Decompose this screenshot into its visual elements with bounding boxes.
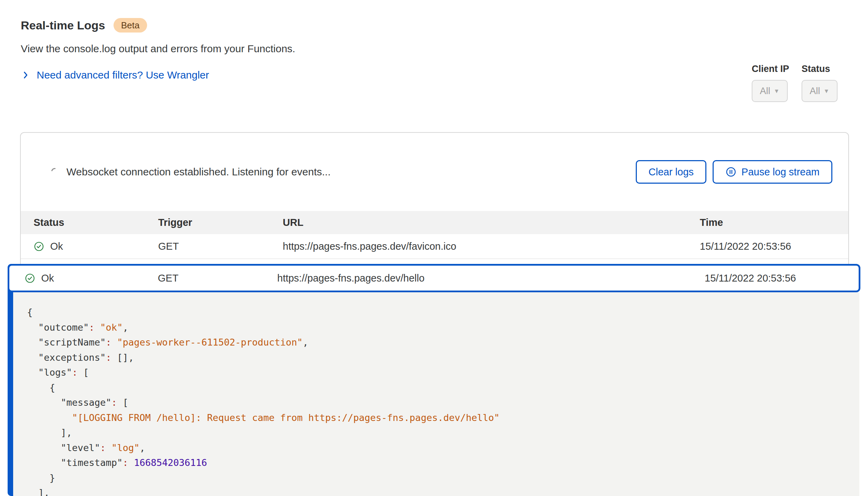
row-url: https://pages-fns.pages.dev/favicon.ico bbox=[283, 241, 700, 252]
client-ip-filter-label: Client IP bbox=[752, 64, 789, 74]
pause-log-stream-label: Pause log stream bbox=[741, 166, 820, 178]
caret-down-icon: ▼ bbox=[774, 88, 780, 95]
websocket-status-text: Websocket connection established. Listen… bbox=[66, 166, 331, 178]
pause-log-stream-button[interactable]: Pause log stream bbox=[713, 160, 832, 184]
success-check-icon bbox=[34, 241, 44, 252]
expanded-log-entry: Ok GET https://pages-fns.pages.dev/hello… bbox=[8, 264, 860, 496]
status-filter-label: Status bbox=[802, 64, 830, 74]
status-dropdown[interactable]: All ▼ bbox=[802, 80, 838, 102]
client-ip-filter: Client IP All ▼ bbox=[752, 64, 789, 102]
realtime-logs-page: Real-time Logs Beta View the console.log… bbox=[0, 0, 868, 496]
beta-badge: Beta bbox=[114, 18, 147, 33]
filter-controls: Client IP All ▼ Status All ▼ bbox=[752, 64, 838, 102]
row-time: 15/11/2022 20:53:56 bbox=[705, 273, 859, 284]
client-ip-dropdown[interactable]: All ▼ bbox=[752, 80, 788, 102]
column-header-url: URL bbox=[283, 217, 700, 228]
row-status: Ok bbox=[50, 241, 63, 252]
clear-logs-button[interactable]: Clear logs bbox=[636, 160, 707, 184]
spinner-icon bbox=[51, 167, 60, 176]
page-subtitle: View the console.log output and errors f… bbox=[21, 43, 295, 55]
row-status: Ok bbox=[41, 273, 54, 284]
row-trigger: GET bbox=[158, 273, 277, 284]
status-filter: Status All ▼ bbox=[802, 64, 838, 102]
log-table-header: Status Trigger URL Time bbox=[21, 211, 848, 234]
toolbar-buttons: Clear logs Pause log stream bbox=[636, 160, 832, 184]
page-title: Real-time Logs bbox=[21, 19, 105, 32]
row-time: 15/11/2022 20:53:56 bbox=[700, 241, 848, 252]
row-trigger: GET bbox=[158, 241, 283, 252]
wrangler-filters-link[interactable]: Need advanced filters? Use Wrangler bbox=[21, 69, 295, 81]
clear-logs-label: Clear logs bbox=[649, 166, 694, 178]
pause-icon bbox=[725, 166, 736, 177]
log-table-row[interactable]: Ok GET https://pages-fns.pages.dev/favic… bbox=[21, 234, 848, 259]
caret-down-icon: ▼ bbox=[824, 88, 830, 95]
column-header-trigger: Trigger bbox=[158, 217, 283, 228]
log-panel-toolbar: Websocket connection established. Listen… bbox=[21, 133, 848, 211]
column-header-time: Time bbox=[700, 217, 848, 228]
success-check-icon bbox=[25, 273, 35, 284]
row-url: https://pages-fns.pages.dev/hello bbox=[277, 273, 705, 284]
log-table-row-expanded[interactable]: Ok GET https://pages-fns.pages.dev/hello… bbox=[8, 264, 860, 292]
websocket-status: Websocket connection established. Listen… bbox=[51, 166, 331, 178]
selected-row-accent-bar bbox=[8, 264, 13, 496]
wrangler-link-label: Need advanced filters? Use Wrangler bbox=[37, 69, 209, 81]
json-log-body: { "outcome": "ok", "scriptName": "pages-… bbox=[13, 292, 859, 496]
client-ip-dropdown-value: All bbox=[760, 86, 770, 97]
chevron-right-icon bbox=[21, 70, 30, 80]
page-header: Real-time Logs Beta View the console.log… bbox=[21, 18, 295, 81]
status-dropdown-value: All bbox=[810, 86, 820, 97]
column-header-status: Status bbox=[34, 217, 158, 228]
